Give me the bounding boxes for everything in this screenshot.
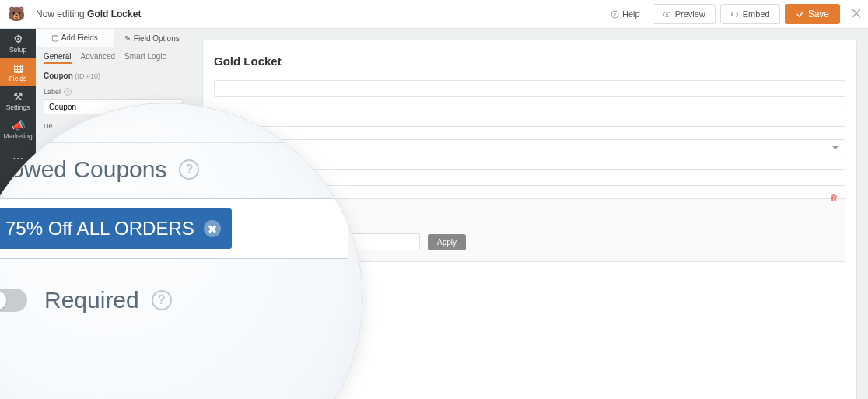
editing-prefix: Now editing [36, 9, 85, 19]
gear-icon: ⚙ [13, 33, 23, 44]
rail-setup-label: Setup [9, 46, 26, 54]
label-text: Label [44, 88, 61, 96]
subtab-advanced[interactable]: Advanced [81, 52, 115, 64]
close-icon [851, 8, 862, 19]
save-label: Save [808, 9, 829, 19]
more-icon: ⋯ [12, 153, 23, 164]
sub-tabs: General Advanced Smart Logic [36, 47, 191, 68]
field-name: Coupon [44, 72, 73, 80]
svg-point-3 [666, 13, 667, 15]
required-label: Required [44, 287, 139, 313]
rail-settings[interactable]: ⚒ Settings [0, 86, 36, 115]
required-row: Required ? [0, 287, 348, 313]
save-button[interactable]: Save [785, 4, 840, 24]
preview-label: Preview [675, 9, 705, 19]
help-label: Help [622, 9, 640, 19]
lens-content: Allowed Coupons ? 75% Off ALL ORDERS Req… [0, 156, 348, 313]
side-tabs: ▢ Add Fields ✎ Field Options [36, 29, 191, 47]
field-id: (ID #10) [75, 72, 101, 80]
close-button[interactable] [851, 6, 862, 23]
form-title: Gold Locket [214, 54, 845, 68]
help-link[interactable]: ? Help [603, 5, 648, 23]
field-options-label: Field Options [134, 34, 180, 43]
topbar: 🐻 Now editing Gold Locket ? Help Preview… [0, 0, 868, 29]
options-icon: ✎ [124, 34, 131, 43]
help-icon[interactable]: ? [152, 290, 172, 310]
check-icon [796, 10, 804, 19]
coupon-chip-label: 75% Off ALL ORDERS [5, 218, 194, 240]
allowed-coupons-field[interactable]: 75% Off ALL ORDERS [0, 198, 348, 259]
add-icon: ▢ [51, 33, 58, 42]
delete-icon[interactable]: 🗑 [830, 193, 838, 202]
text-field-1[interactable] [214, 80, 845, 97]
add-fields-label: Add Fields [61, 33, 98, 42]
topbar-actions: ? Help Preview Embed Save [603, 4, 862, 24]
help-icon[interactable]: ? [179, 159, 199, 180]
allowed-coupons-heading: Allowed Coupons ? [0, 156, 348, 183]
field-heading: Coupon (ID #10) [44, 72, 183, 80]
rail-marketing[interactable]: 📣 Marketing [0, 115, 36, 144]
subtab-general[interactable]: General [44, 52, 72, 64]
rail-setup[interactable]: ⚙ Setup [0, 29, 36, 58]
sliders-icon: ⚒ [13, 91, 23, 102]
help-icon: ? [611, 10, 619, 19]
rail-marketing-label: Marketing [3, 132, 32, 140]
label-row: Label ? [44, 88, 183, 96]
preview-button[interactable]: Preview [653, 4, 716, 24]
subtab-smart-logic[interactable]: Smart Logic [124, 52, 166, 64]
select-field[interactable] [214, 139, 845, 156]
required-toggle[interactable] [0, 289, 27, 312]
fields-icon: ▦ [13, 62, 23, 73]
desc-text: De [44, 122, 53, 130]
editing-label: Now editing Gold Locket [36, 9, 141, 19]
svg-text:?: ? [614, 11, 617, 16]
coupon-chip: 75% Off ALL ORDERS [0, 208, 232, 249]
embed-icon [730, 10, 739, 19]
rail-fields[interactable]: ▦ Fields [0, 58, 36, 86]
required-label-wrap: Required ? [44, 287, 172, 313]
tab-add-fields[interactable]: ▢ Add Fields [36, 29, 114, 47]
remove-chip-icon[interactable] [204, 220, 221, 237]
apply-button[interactable]: Apply [428, 234, 466, 250]
text-field-2[interactable] [214, 110, 845, 127]
embed-label: Embed [743, 9, 770, 19]
embed-button[interactable]: Embed [720, 4, 780, 24]
tab-field-options[interactable]: ✎ Field Options [114, 29, 191, 47]
help-icon[interactable]: ? [64, 88, 72, 96]
rail-fields-label: Fields [9, 75, 27, 82]
editing-title: Gold Locket [87, 9, 141, 19]
app-logo: 🐻 [6, 4, 26, 24]
eye-icon [663, 10, 671, 19]
megaphone-icon: 📣 [12, 120, 25, 131]
rail-settings-label: Settings [6, 103, 30, 111]
